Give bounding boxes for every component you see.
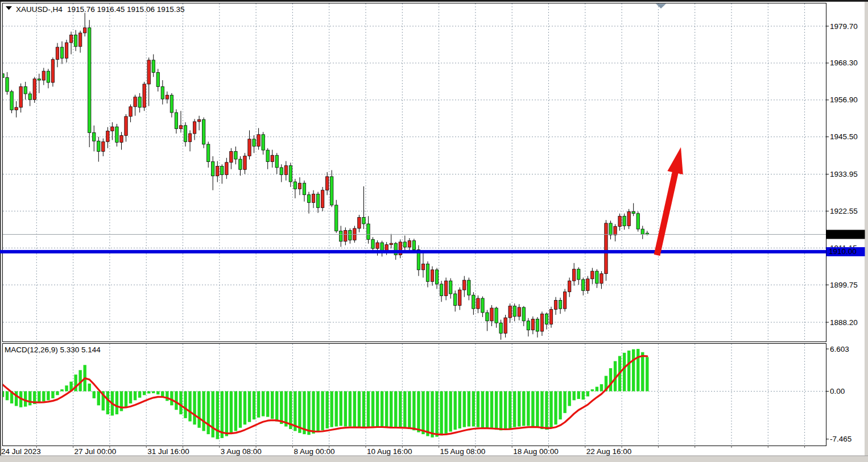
window-left-border xyxy=(0,2,1,462)
time-tick-label: 31 Jul 16:00 xyxy=(147,447,189,456)
time-tick-label: 15 Aug 08:00 xyxy=(440,447,486,456)
time-tick-label: 18 Aug 00:00 xyxy=(513,447,559,456)
time-tick-label: 27 Jul 00:00 xyxy=(75,447,117,456)
current-price-badge-label: 1915.35 xyxy=(829,230,857,239)
window-top-border xyxy=(0,0,868,2)
time-tick-label: 3 Aug 08:00 xyxy=(221,447,262,456)
support-level-line[interactable] xyxy=(0,250,826,253)
window-right-border xyxy=(865,2,868,462)
time-tick-label: 10 Aug 16:00 xyxy=(367,447,412,456)
window-bottom-border xyxy=(0,456,868,462)
current-price-badge: 1915.35 xyxy=(826,230,865,239)
price-tick-label: 1945.50 xyxy=(830,132,858,141)
price-tick-label: 1979.70 xyxy=(830,22,858,31)
price-tick-label: 1933.95 xyxy=(830,170,858,178)
time-tick-label: 8 Aug 00:00 xyxy=(294,447,334,456)
macd-tick-label: 6.603 xyxy=(830,345,849,353)
mt4-chart-window: 1979.701968.301956.901945.501933.951922.… xyxy=(0,0,868,462)
price-tick-label: 1888.20 xyxy=(830,318,858,327)
macd-tick-label: 0.00 xyxy=(830,387,845,396)
macd-indicator-label: MACD(12,26,9) 5.330 5.144 xyxy=(5,346,101,354)
price-tick-label: 1922.55 xyxy=(830,207,858,215)
symbol-period-label: XAUUSD-,H4 xyxy=(16,5,63,14)
level-price-badge-label: 1910.00 xyxy=(829,247,857,256)
ohlc-quote-label: 1915.76 1916.45 1915.06 1915.35 xyxy=(67,5,184,14)
price-tick-label: 1899.75 xyxy=(830,281,858,289)
chart-title: XAUUSD-,H4 1915.76 1916.45 1915.06 1915.… xyxy=(6,5,184,14)
chart-canvas[interactable]: 1979.701968.301956.901945.501933.951922.… xyxy=(0,0,868,462)
macd-tick-label: -7.465 xyxy=(830,435,852,443)
level-price-badge: 1910.00 xyxy=(826,247,865,256)
price-tick-label: 1968.30 xyxy=(830,59,858,67)
price-tick-label: 1956.90 xyxy=(830,95,858,104)
time-tick-label: 24 Jul 2023 xyxy=(1,447,41,456)
time-tick-label: 22 Aug 16:00 xyxy=(586,447,632,456)
